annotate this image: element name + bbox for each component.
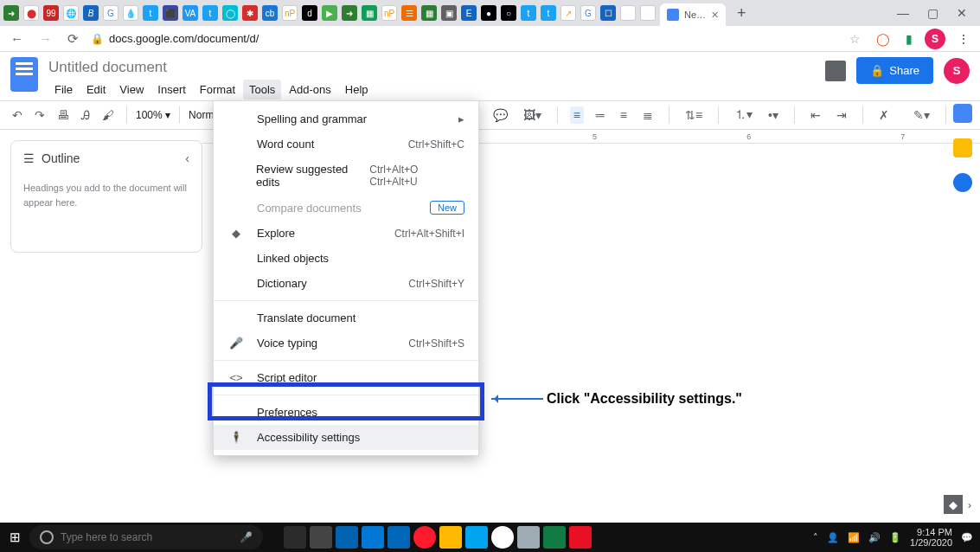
file-explorer-icon[interactable] [439,526,462,549]
star-icon[interactable]: ☆ [846,32,864,46]
document-title[interactable]: Untitled document [48,57,375,78]
share-button[interactable]: 🔒 Share [856,57,933,84]
tab-favicon[interactable]: t [541,5,556,21]
menu-preferences[interactable]: Preferences [214,400,478,425]
omnibox[interactable]: 🔒 docs.google.com/document/d/ [91,32,837,45]
taskbar-app[interactable] [517,526,540,549]
menu-review-edits[interactable]: Review suggested editsCtrl+Alt+O Ctrl+Al… [214,157,478,195]
window-minimize[interactable]: — [888,6,918,20]
explore-fab[interactable]: ◆ › [944,495,971,514]
paint-format-icon[interactable]: 🖌 [99,106,118,124]
network-icon[interactable]: 📶 [848,532,860,543]
tab-favicon[interactable]: ↗ [560,5,576,21]
comments-icon[interactable] [825,61,846,81]
tab-favicon[interactable]: nP [381,5,397,21]
window-close[interactable]: ✕ [947,6,977,20]
action-center-icon[interactable]: 💬 [961,532,973,543]
menu-linked-objects[interactable]: Linked objects [214,246,478,271]
tab-favicon[interactable]: ◯ [222,5,238,21]
nav-reload-icon[interactable]: ⟳ [64,29,82,48]
chrome-icon[interactable] [491,526,514,549]
menu-script-editor[interactable]: <>Script editor [214,365,478,390]
tab-favicon[interactable]: ● [481,5,496,21]
account-avatar[interactable]: S [944,58,970,84]
tab-favicon[interactable]: B [83,5,99,21]
tab-favicon[interactable]: nP [282,5,298,21]
print-icon[interactable]: 🖶 [54,106,73,124]
tab-favicon[interactable]: ▣ [441,5,457,21]
mic-icon[interactable]: 🎤 [240,531,253,543]
taskview-icon[interactable] [284,526,306,549]
tab-favicon[interactable] [620,5,636,21]
undo-icon[interactable]: ↶ [9,106,26,124]
menu-voice-typing[interactable]: 🎤Voice typingCtrl+Shift+S [214,331,478,356]
window-maximize[interactable]: ▢ [918,6,947,20]
clear-format-icon[interactable]: ✗ [875,106,893,124]
menu-format[interactable]: Format [194,80,241,99]
menu-tools[interactable]: Tools [243,80,281,99]
tab-favicon[interactable]: ✱ [242,5,258,21]
tab-favicon[interactable]: E [461,5,477,21]
menu-word-count[interactable]: Word countCtrl+Shift+C [214,132,478,157]
new-tab-button[interactable]: + [730,4,753,22]
tab-favicon[interactable]: 99 [43,5,59,21]
tab-favicon[interactable]: ☐ [600,5,616,21]
menu-help[interactable]: Help [339,80,375,99]
taskbar-app[interactable] [362,526,384,549]
menu-explore[interactable]: ◆ExploreCtrl+Alt+Shift+I [214,221,478,246]
tab-favicon[interactable]: d [302,5,317,21]
calendar-icon[interactable] [953,104,972,123]
taskbar-app[interactable] [569,526,592,549]
keep-icon[interactable] [953,138,972,157]
tab-favicon[interactable]: VA [183,5,198,21]
extension-icon[interactable]: ▮ [902,32,916,46]
taskbar-app[interactable] [465,526,488,549]
edge-icon[interactable] [388,526,410,549]
indent-decrease-icon[interactable]: ⇤ [807,106,824,124]
opera-icon[interactable]: ◯ [873,32,894,46]
line-spacing-icon[interactable]: ⇅≡ [682,106,706,124]
editing-mode-icon[interactable]: ✎▾ [910,106,933,124]
redo-icon[interactable]: ↷ [31,106,48,124]
menu-addons[interactable]: Add-ons [283,80,336,99]
taskbar-search[interactable]: 🎤 [29,525,263,549]
image-icon[interactable]: 🖼▾ [520,106,545,124]
taskbar-app[interactable] [310,526,332,549]
align-justify-icon[interactable]: ≣ [639,106,657,124]
start-button[interactable]: ⊞ [0,523,29,552]
menu-file[interactable]: File [48,80,79,99]
tasks-icon[interactable] [953,173,972,192]
tab-favicon[interactable]: ⬤ [23,5,39,21]
numbered-list-icon[interactable]: ⒈▾ [731,106,756,125]
outline-collapse-icon[interactable]: ‹ [185,151,189,165]
tab-favicon[interactable]: G [103,5,118,21]
volume-icon[interactable]: 🔊 [868,532,881,543]
tab-favicon[interactable]: t [202,5,218,21]
menu-translate-document[interactable]: Translate document [214,305,478,331]
tab-favicon[interactable] [640,5,656,21]
align-right-icon[interactable]: ≡ [617,106,631,124]
menu-spelling-grammar[interactable]: Spelling and grammar▸ [214,106,478,132]
tab-favicon[interactable]: 🌐 [63,5,79,21]
menu-view[interactable]: View [113,80,150,99]
battery-icon[interactable]: 🔋 [889,532,901,543]
nav-back-icon[interactable]: ← [7,29,27,48]
comment-icon[interactable]: 💬 [490,106,511,124]
zoom-select[interactable]: 100% ▾ [136,109,170,121]
chrome-menu-icon[interactable]: ⋮ [954,32,973,46]
bulleted-list-icon[interactable]: •▾ [765,106,782,124]
tab-favicon[interactable]: ▶ [322,5,337,21]
opera-icon[interactable] [413,526,436,549]
close-tab-icon[interactable]: ✕ [711,10,719,21]
tab-favicon[interactable]: ○ [501,5,516,21]
align-left-icon[interactable]: ≡ [570,106,584,124]
profile-avatar[interactable]: S [925,29,945,49]
tab-favicon[interactable]: ⬛ [163,5,178,21]
docs-logo-icon[interactable] [10,57,38,92]
tab-favicon[interactable]: ☰ [401,5,417,21]
taskbar-clock[interactable]: 9:14 PM 1/29/2020 [910,527,952,548]
tab-favicon[interactable]: G [580,5,596,21]
tab-favicon[interactable]: 💧 [123,5,138,21]
menu-accessibility-settings[interactable]: 🕴Accessibility settings [214,425,478,450]
people-icon[interactable]: 👤 [827,532,839,543]
